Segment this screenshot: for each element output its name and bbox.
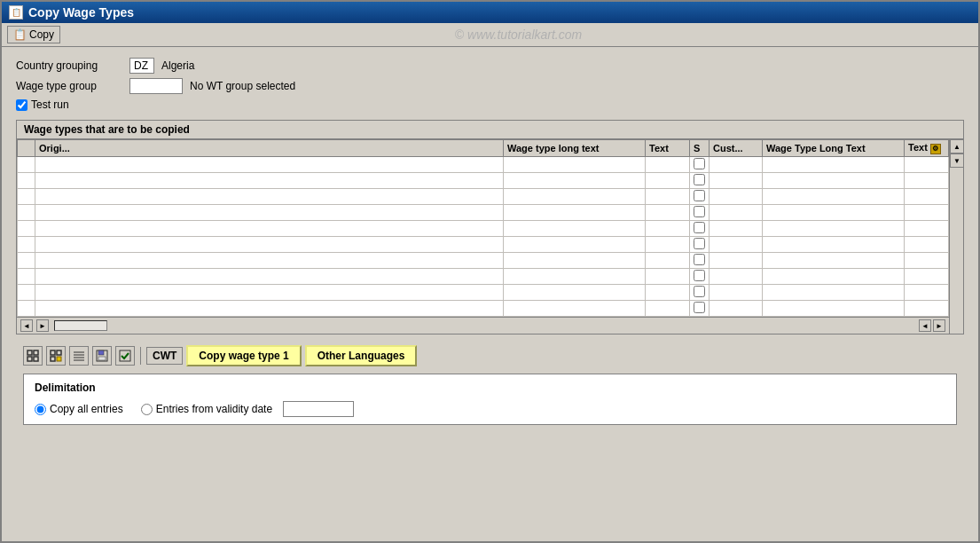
row-cust	[710, 157, 763, 173]
row-long-text	[504, 237, 646, 253]
copy-toolbar-button[interactable]: 📋 Copy	[7, 26, 60, 43]
svg-rect-5	[57, 350, 61, 355]
row-s-checkbox[interactable]	[694, 286, 705, 297]
row-s	[690, 237, 710, 253]
row-cust	[710, 253, 763, 269]
row-orig	[35, 285, 504, 301]
row-s	[690, 269, 710, 285]
row-select-cell	[18, 221, 35, 237]
delimitation-options-row: Copy all entries Entries from validity d…	[35, 401, 945, 417]
hscroll-right-button[interactable]: ►	[36, 319, 49, 332]
test-run-label: Test run	[31, 98, 69, 111]
row-cust-text	[905, 285, 949, 301]
grid-icon-3[interactable]	[69, 346, 89, 366]
country-grouping-input[interactable]	[129, 58, 154, 74]
row-long-text	[504, 301, 646, 317]
wage-types-table: Origi... Wage type long text Text S Cust…	[17, 139, 949, 317]
content-area: Country grouping Algeria Wage type group…	[2, 47, 978, 439]
copy-all-radio[interactable]	[35, 404, 46, 415]
table-row	[18, 301, 949, 317]
row-cust-text	[905, 205, 949, 221]
row-long-text	[504, 285, 646, 301]
col-s: S	[690, 140, 710, 157]
vscroll-track[interactable]	[950, 168, 963, 334]
cwt-label: CWT	[146, 347, 183, 365]
row-s-checkbox[interactable]	[694, 174, 705, 185]
row-s-checkbox[interactable]	[694, 238, 705, 249]
hscroll-right2-left-button[interactable]: ◄	[919, 319, 931, 332]
wage-type-group-input[interactable]	[129, 78, 183, 94]
column-settings-icon[interactable]: ⚙	[930, 144, 941, 154]
row-text	[646, 221, 690, 237]
check-icon[interactable]	[115, 346, 135, 366]
row-cust-text	[905, 173, 949, 189]
row-cust-long-text	[763, 189, 905, 205]
table-row	[18, 205, 949, 221]
hscroll-left-button[interactable]: ◄	[20, 319, 33, 332]
table-row	[18, 269, 949, 285]
row-cust	[710, 237, 763, 253]
row-orig	[35, 269, 504, 285]
row-s	[690, 285, 710, 301]
entries-validity-label: Entries from validity date	[156, 403, 272, 415]
row-cust-text	[905, 253, 949, 269]
row-cust-long-text	[763, 237, 905, 253]
col-selector	[18, 140, 35, 157]
row-text	[646, 205, 690, 221]
row-cust-text	[905, 157, 949, 173]
validity-date-input[interactable]	[283, 401, 354, 417]
table-main: Origi... Wage type long text Text S Cust…	[17, 139, 949, 334]
row-s-checkbox[interactable]	[694, 302, 705, 313]
main-window: 📋 Copy Wage Types 📋 Copy © www.tutorialk…	[0, 0, 980, 543]
row-cust-text	[905, 189, 949, 205]
row-cust-long-text	[763, 173, 905, 189]
entries-validity-radio-group: Entries from validity date	[141, 401, 354, 417]
row-text	[646, 253, 690, 269]
wage-types-table-section: Wage types that are to be copied Origi..…	[16, 120, 964, 334]
row-s-checkbox[interactable]	[694, 222, 705, 233]
row-s-checkbox[interactable]	[694, 254, 705, 265]
svg-rect-1	[34, 350, 38, 355]
row-select-cell	[18, 285, 35, 301]
grid-icon-1[interactable]	[23, 346, 43, 366]
hscroll-track-left[interactable]	[54, 320, 107, 331]
table-row	[18, 189, 949, 205]
col-cust-text: Text ⚙	[905, 140, 949, 157]
vscroll-down-button[interactable]: ▼	[950, 153, 964, 168]
test-run-checkbox[interactable]	[16, 99, 27, 111]
row-text	[646, 157, 690, 173]
entries-validity-radio[interactable]	[141, 404, 153, 415]
row-text	[646, 285, 690, 301]
row-cust-long-text	[763, 157, 905, 173]
test-run-row: Test run	[16, 98, 964, 111]
row-cust-long-text	[763, 301, 905, 317]
row-s-checkbox[interactable]	[694, 158, 705, 169]
table-row	[18, 221, 949, 237]
svg-rect-3	[34, 357, 38, 361]
row-select-cell	[18, 173, 35, 189]
row-s-checkbox[interactable]	[694, 270, 705, 281]
row-orig	[35, 173, 504, 189]
save-icon[interactable]	[92, 346, 112, 366]
svg-rect-0	[27, 350, 32, 355]
other-languages-button[interactable]: Other Languages	[305, 345, 418, 366]
row-s-checkbox[interactable]	[694, 190, 705, 201]
svg-rect-7	[57, 357, 61, 361]
row-cust	[710, 301, 763, 317]
row-select-cell	[18, 189, 35, 205]
copy-all-radio-group: Copy all entries	[35, 403, 123, 415]
row-cust-long-text	[763, 285, 905, 301]
watermark-text: © www.tutorialkart.com	[64, 28, 973, 42]
row-s-checkbox[interactable]	[694, 206, 705, 217]
copy-wage-type-button[interactable]: Copy wage type 1	[186, 345, 301, 366]
row-orig	[35, 253, 504, 269]
vscroll-up-button[interactable]: ▲	[950, 139, 964, 153]
window-title: Copy Wage Types	[28, 5, 134, 20]
row-long-text	[504, 269, 646, 285]
hscroll-right2-right-button[interactable]: ►	[933, 319, 945, 332]
row-text	[646, 301, 690, 317]
col-text: Text	[646, 140, 690, 157]
row-cust-text	[905, 301, 949, 317]
table-header-row: Origi... Wage type long text Text S Cust…	[18, 140, 949, 157]
grid-icon-2[interactable]	[46, 346, 66, 366]
